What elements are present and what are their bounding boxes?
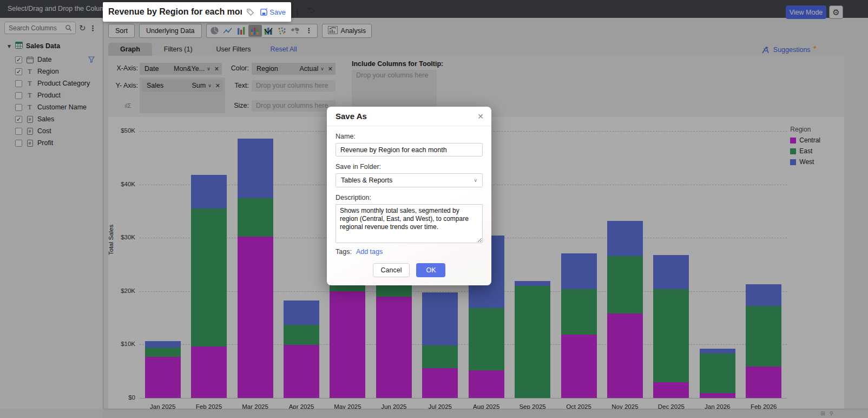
description-textarea[interactable]: Shows monthly total sales, segmented by … xyxy=(336,204,483,243)
save-label: Save xyxy=(269,8,286,16)
tags-label: Tags: xyxy=(336,248,352,256)
tag-icon[interactable] xyxy=(246,8,254,16)
dialog-title: Save As xyxy=(336,112,367,121)
name-label: Name: xyxy=(336,133,483,140)
dialog-header: Save As ✕ xyxy=(327,107,491,126)
name-input[interactable] xyxy=(336,143,483,156)
description-label: Description: xyxy=(336,194,483,201)
cancel-button[interactable]: Cancel xyxy=(373,263,410,277)
report-title-box: Revenue by Region for each month * Save xyxy=(103,2,291,22)
save-icon: * xyxy=(260,8,268,16)
folder-label: Save in Folder: xyxy=(336,163,483,171)
folder-value: Tables & Reports xyxy=(341,177,392,184)
app-window: Select/Drag and Drop the Columns Revenue… xyxy=(0,0,868,418)
close-icon[interactable]: ✕ xyxy=(477,112,484,121)
svg-text:*: * xyxy=(266,8,268,11)
report-title: Revenue by Region for each month xyxy=(108,7,242,17)
save-button[interactable]: * Save xyxy=(260,8,286,16)
add-tags-link[interactable]: Add tags xyxy=(356,248,383,256)
ok-button[interactable]: OK xyxy=(416,263,445,277)
save-as-dialog: Save As ✕ Name: Save in Folder: Tables &… xyxy=(327,107,491,285)
chevron-down-icon: ∨ xyxy=(474,178,477,183)
folder-select[interactable]: Tables & Reports ∨ xyxy=(336,173,483,187)
